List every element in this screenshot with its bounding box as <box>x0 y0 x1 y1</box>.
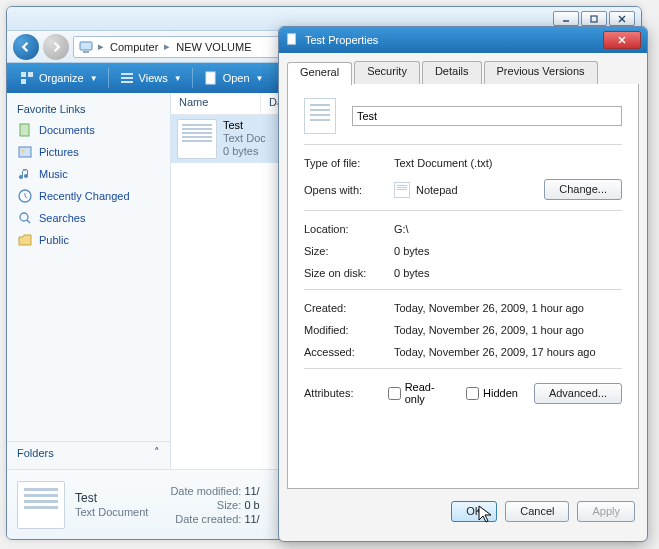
organize-button[interactable]: Organize ▼ <box>13 68 104 88</box>
documents-icon <box>17 122 33 138</box>
sidebar-item-public[interactable]: Public <box>7 229 170 251</box>
sidebar-item-label: Searches <box>39 212 85 224</box>
notepad-icon <box>394 182 410 198</box>
folder-icon <box>17 232 33 248</box>
svg-point-15 <box>22 150 25 153</box>
file-name: Test <box>223 119 266 132</box>
tab-content-general: Type of file: Text Document (.txt) Opens… <box>287 84 639 489</box>
tab-security[interactable]: Security <box>354 61 420 84</box>
tab-details[interactable]: Details <box>422 61 482 84</box>
label-attributes: Attributes: <box>304 387 388 399</box>
label-type-of-file: Type of file: <box>304 157 394 169</box>
views-icon <box>119 70 135 86</box>
svg-rect-12 <box>206 72 215 84</box>
views-button[interactable]: Views ▼ <box>113 68 188 88</box>
separator <box>192 68 193 88</box>
computer-icon <box>78 39 94 55</box>
toolbar-label: Open <box>223 72 250 84</box>
apply-button[interactable]: Apply <box>577 501 635 522</box>
value-size-on-disk: 0 bytes <box>394 267 429 279</box>
hidden-checkbox[interactable]: Hidden <box>466 387 518 400</box>
details-size-label: Size: <box>217 499 241 511</box>
label-size: Size: <box>304 245 394 257</box>
text-file-icon <box>304 98 336 134</box>
readonly-checkbox[interactable]: Read-only <box>388 381 450 405</box>
text-file-icon <box>17 481 65 529</box>
tab-general[interactable]: General <box>287 62 352 85</box>
filename-input[interactable] <box>352 106 622 126</box>
svg-rect-1 <box>591 16 597 22</box>
sidebar-item-music[interactable]: Music <box>7 163 170 185</box>
music-icon <box>17 166 33 182</box>
svg-point-17 <box>20 213 28 221</box>
sidebar-item-documents[interactable]: Documents <box>7 119 170 141</box>
breadcrumb-item[interactable]: NEW VOLUME <box>174 41 253 53</box>
chevron-down-icon: ▼ <box>256 74 264 83</box>
chevron-right-icon: ▸ <box>164 40 170 53</box>
svg-rect-5 <box>83 51 89 53</box>
hidden-label: Hidden <box>483 387 518 399</box>
details-created-label: Date created: <box>175 513 241 525</box>
svg-rect-7 <box>28 72 33 77</box>
svg-rect-8 <box>21 79 26 84</box>
recent-icon <box>17 188 33 204</box>
value-accessed: Today, November 26, 2009, 17 hours ago <box>394 346 596 358</box>
ok-button[interactable]: OK <box>451 501 497 522</box>
label-accessed: Accessed: <box>304 346 394 358</box>
sidebar-item-recent[interactable]: Recently Changed <box>7 185 170 207</box>
details-name: Test <box>75 491 148 505</box>
toolbar-label: Organize <box>39 72 84 84</box>
sidebar-item-searches[interactable]: Searches <box>7 207 170 229</box>
readonly-label: Read-only <box>405 381 450 405</box>
minimize-button[interactable] <box>553 11 579 26</box>
value-size: 0 bytes <box>394 245 429 257</box>
chevron-down-icon: ▼ <box>174 74 182 83</box>
chevron-down-icon: ▼ <box>90 74 98 83</box>
sidebar-item-label: Recently Changed <box>39 190 130 202</box>
label-opens-with: Opens with: <box>304 184 394 196</box>
sidebar-item-label: Music <box>39 168 68 180</box>
chevron-up-icon: ˄ <box>154 446 160 459</box>
pictures-icon <box>17 144 33 160</box>
folders-toggle[interactable]: Folders ˄ <box>7 441 170 463</box>
value-created: Today, November 26, 2009, 1 hour ago <box>394 302 584 314</box>
properties-dialog: Test Properties General Security Details… <box>278 26 648 542</box>
document-icon <box>285 32 299 48</box>
dialog-footer: OK Cancel Apply <box>287 489 639 533</box>
maximize-button[interactable] <box>581 11 607 26</box>
svg-rect-11 <box>121 81 133 83</box>
organize-icon <box>19 70 35 86</box>
text-file-icon <box>177 119 217 159</box>
breadcrumb-item[interactable]: Computer <box>108 41 160 53</box>
tab-previous-versions[interactable]: Previous Versions <box>484 61 598 84</box>
value-type-of-file: Text Document (.txt) <box>394 157 492 169</box>
document-icon <box>203 70 219 86</box>
value-opens-with: Notepad <box>416 184 458 196</box>
forward-button[interactable] <box>43 34 69 60</box>
chevron-right-icon: ▸ <box>98 40 104 53</box>
open-button[interactable]: Open ▼ <box>197 68 270 88</box>
sidebar-item-label: Documents <box>39 124 95 136</box>
dialog-close-button[interactable] <box>603 31 641 49</box>
toolbar-label: Views <box>139 72 168 84</box>
file-type: Text Doc <box>223 132 266 145</box>
change-button[interactable]: Change... <box>544 179 622 200</box>
details-modified-label: Date modified: <box>170 485 241 497</box>
column-name[interactable]: Name <box>171 93 261 114</box>
dialog-title: Test Properties <box>305 34 378 46</box>
close-button[interactable] <box>609 11 635 26</box>
value-location: G:\ <box>394 223 409 235</box>
svg-rect-9 <box>121 73 133 75</box>
svg-rect-19 <box>288 34 296 45</box>
file-size: 0 bytes <box>223 145 266 158</box>
svg-rect-13 <box>20 124 29 136</box>
sidebar-item-pictures[interactable]: Pictures <box>7 141 170 163</box>
cancel-button[interactable]: Cancel <box>505 501 569 522</box>
advanced-button[interactable]: Advanced... <box>534 383 622 404</box>
details-created: 11/ <box>244 513 259 525</box>
label-size-on-disk: Size on disk: <box>304 267 394 279</box>
back-button[interactable] <box>13 34 39 60</box>
svg-rect-14 <box>19 147 31 157</box>
details-modified: 11/ <box>244 485 259 497</box>
separator <box>108 68 109 88</box>
